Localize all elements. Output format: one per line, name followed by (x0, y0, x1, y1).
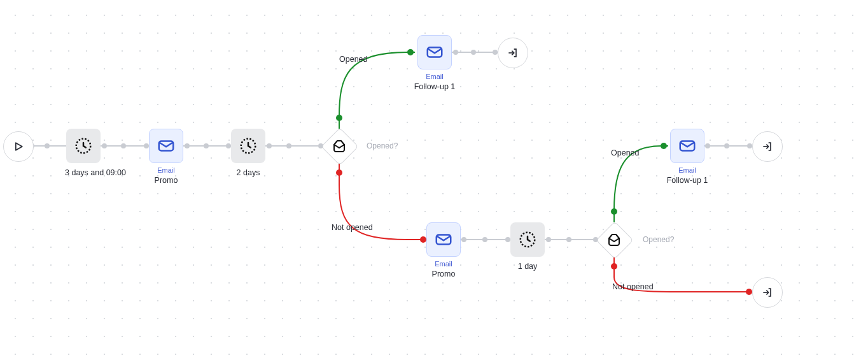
port-dot (185, 143, 190, 148)
node-title: Promo (426, 270, 461, 280)
wait-node-3[interactable]: 1 day (510, 222, 545, 272)
node-title: Follow-up 1 (662, 176, 713, 186)
port-dot-no (420, 236, 426, 243)
port-dot (286, 143, 291, 148)
node-type: Email (426, 261, 461, 268)
branch-not-opened-label: Not opened (332, 223, 373, 232)
node-type: Email (668, 167, 706, 174)
condition-label: Opened? (643, 235, 674, 244)
port-dot (724, 143, 729, 148)
port-dot (482, 237, 487, 242)
port-dot (747, 143, 752, 148)
wait-node-1[interactable]: 3 days and 09:00 (51, 129, 140, 178)
play-icon (3, 131, 34, 162)
wait-label: 2 days (231, 168, 265, 178)
inbox-icon (597, 222, 631, 257)
port-dot-yes (407, 49, 414, 55)
branch-not-opened-label: Not opened (612, 282, 654, 291)
flow-canvas[interactable]: { "types": { "email": "Email" }, "start"… (0, 0, 868, 360)
wait-label: 3 days and 09:00 (51, 168, 140, 178)
port-dot (267, 143, 272, 148)
node-title: Promo (149, 176, 183, 186)
node-type: Email (149, 167, 183, 174)
exit-icon (498, 38, 528, 68)
mail-icon (417, 35, 452, 69)
port-dot (566, 237, 571, 242)
node-type: Email (416, 73, 454, 80)
port-dot (453, 50, 458, 55)
port-dot-no (611, 263, 617, 270)
inbox-icon (322, 129, 356, 163)
port-dot (144, 143, 149, 148)
port-dot (204, 143, 209, 148)
port-dot-no (336, 169, 342, 176)
port-dot-yes (336, 115, 342, 121)
condition-node-1[interactable] (322, 129, 356, 163)
exit-icon (752, 131, 783, 162)
port-dot-yes (661, 143, 667, 149)
exit-icon (752, 277, 783, 308)
port-dot (505, 237, 510, 242)
node-title: Follow-up 1 (409, 82, 460, 92)
port-dot-yes (611, 208, 617, 215)
email-node-followup-b[interactable]: Email Follow-up 1 (668, 129, 706, 186)
mail-icon (670, 129, 704, 163)
port-dot (471, 50, 476, 55)
clock-icon (66, 129, 101, 163)
exit-node-b[interactable] (752, 131, 781, 162)
port-dot (461, 237, 466, 242)
condition-label: Opened? (367, 141, 398, 150)
clock-icon (510, 222, 545, 257)
exit-node-c[interactable] (752, 277, 781, 308)
branch-opened-label: Opened (339, 55, 367, 64)
port-dot-no (746, 289, 752, 295)
email-node-followup-a[interactable]: Email Follow-up 1 (416, 35, 454, 92)
mail-icon (149, 129, 183, 163)
wait-node-2[interactable]: 2 days (231, 129, 265, 178)
port-dot (45, 143, 50, 148)
branch-opened-label: Opened (611, 148, 639, 157)
mail-icon (426, 222, 461, 257)
condition-node-2[interactable] (597, 222, 631, 257)
clock-icon (231, 129, 265, 163)
exit-node-a[interactable] (498, 38, 527, 68)
port-dot (493, 50, 498, 55)
port-dot (226, 143, 231, 148)
email-node-promo-2[interactable]: Email Promo (426, 222, 461, 280)
wait-label: 1 day (510, 262, 545, 272)
start-node[interactable] (3, 131, 32, 162)
email-node-promo-1[interactable]: Email Promo (149, 129, 183, 186)
port-dot (546, 237, 551, 242)
